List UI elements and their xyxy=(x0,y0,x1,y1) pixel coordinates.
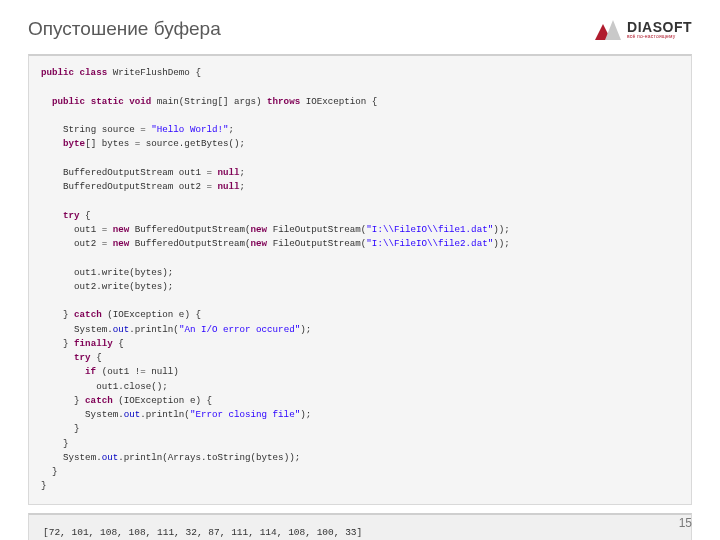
brand-logo: DIASOFT всё по-настоящему xyxy=(595,18,692,40)
page-number: 15 xyxy=(679,516,692,530)
logo-text: DIASOFT xyxy=(627,20,692,34)
logo-text-wrap: DIASOFT всё по-настоящему xyxy=(627,20,692,39)
code-block: public class WriteFlushDemo { public sta… xyxy=(28,54,692,505)
logo-mark-icon xyxy=(595,18,621,40)
slide-header: Опустошение буфера DIASOFT всё по-настоя… xyxy=(0,0,720,48)
output-block: [72, 101, 108, 108, 111, 32, 87, 111, 11… xyxy=(28,513,692,541)
logo-tagline: всё по-настоящему xyxy=(627,34,692,39)
slide-title: Опустошение буфера xyxy=(28,18,221,40)
svg-marker-1 xyxy=(605,20,621,40)
